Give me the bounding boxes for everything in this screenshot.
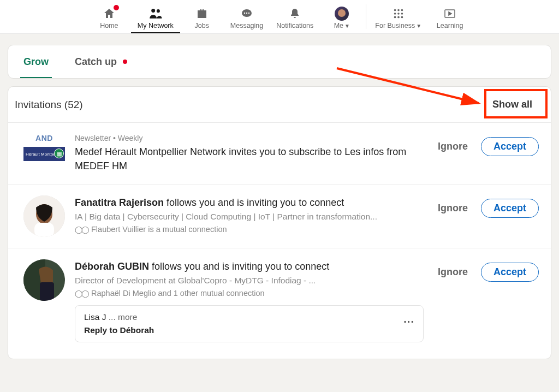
- ignore-button[interactable]: Ignore: [433, 263, 472, 281]
- ignore-button[interactable]: Ignore: [433, 199, 472, 217]
- svg-point-10: [397, 13, 400, 15]
- invitation-item-newsletter: AND Hérault Montpelli▦ Newsletter • Week…: [8, 123, 551, 185]
- ignore-button[interactable]: Ignore: [433, 138, 472, 156]
- invitation-title: Déborah GUBIN follows you and is invitin…: [75, 259, 424, 274]
- more-options-icon[interactable]: ···: [403, 316, 414, 328]
- svg-point-7: [397, 9, 400, 11]
- people-icon: [148, 7, 163, 21]
- mutual-icon: ◯◯: [75, 225, 88, 234]
- thumb-strip: Hérault Montpelli▦: [23, 147, 65, 161]
- tabs-panel: Grow Catch up: [8, 45, 551, 79]
- show-all-button[interactable]: Show all: [486, 96, 539, 114]
- nav-home-label: Home: [100, 22, 118, 29]
- chevron-down-icon: ▼: [416, 23, 421, 29]
- svg-rect-19: [34, 223, 54, 237]
- nav-notifications-label: Notifications: [276, 22, 313, 29]
- message-icon: [240, 7, 253, 20]
- svg-point-13: [397, 16, 400, 19]
- nav-my-network[interactable]: My Network: [131, 0, 180, 33]
- nav-network-label: My Network: [138, 22, 174, 29]
- learning-icon: [443, 7, 456, 20]
- thumb-text: AND: [35, 134, 53, 142]
- invitations-title: Invitations (52): [15, 99, 83, 111]
- svg-point-14: [401, 16, 403, 19]
- svg-point-3: [244, 13, 245, 14]
- invitation-title: Medef Hérault Montpellier Network invite…: [75, 145, 424, 173]
- reply-cta: Reply to Déborah: [84, 325, 154, 335]
- svg-point-12: [394, 16, 396, 19]
- svg-point-8: [401, 9, 403, 11]
- chevron-down-icon: ▼: [344, 23, 350, 29]
- nav-business-label: For Business▼: [375, 22, 421, 29]
- invitations-panel: Invitations (52) Show all AND Hérault Mo…: [8, 86, 551, 359]
- tab-grow[interactable]: Grow: [23, 45, 49, 78]
- bell-icon: [288, 7, 301, 20]
- tab-catchup-label: Catch up: [75, 56, 117, 68]
- invitation-title: Fanatitra Rajerison follows you and is i…: [75, 195, 424, 210]
- nav-jobs-label: Jobs: [195, 22, 209, 29]
- avatar[interactable]: [23, 195, 65, 237]
- calendar-badge-icon: ▦: [54, 149, 64, 158]
- message-preview-text: Lisa J ... more: [84, 312, 137, 322]
- nav-learning[interactable]: Learning: [428, 0, 472, 33]
- invitation-item-person: Déborah GUBIN follows you and is invitin…: [8, 248, 551, 353]
- avatar-icon: [335, 7, 349, 21]
- invitation-subtitle: Director of Development at Global'Copro …: [75, 276, 424, 286]
- tab-catch-up[interactable]: Catch up: [75, 45, 129, 78]
- nav-me[interactable]: Me▼: [320, 0, 364, 33]
- nav-home[interactable]: Home: [87, 0, 131, 33]
- briefcase-icon: [195, 7, 209, 20]
- nav-messaging-label: Messaging: [230, 22, 263, 29]
- accept-button[interactable]: Accept: [481, 199, 539, 218]
- invitations-header: Invitations (52) Show all: [8, 87, 551, 123]
- notification-dot: [121, 58, 129, 66]
- message-preview[interactable]: Lisa J ... more Reply to Déborah ···: [75, 305, 424, 342]
- newsletter-thumbnail[interactable]: AND Hérault Montpelli▦: [23, 134, 65, 172]
- accept-button[interactable]: Accept: [481, 137, 539, 156]
- svg-point-0: [151, 9, 155, 13]
- mutual-icon: ◯◯: [75, 289, 88, 298]
- grid-icon: [393, 8, 405, 20]
- nav-notifications[interactable]: Notifications: [270, 0, 320, 33]
- svg-point-6: [394, 9, 396, 11]
- tab-grow-label: Grow: [23, 56, 49, 68]
- invitation-item-person: Fanatitra Rajerison follows you and is i…: [8, 185, 551, 248]
- invitation-subtitle: IA | Big data | Cybersecurity | Cloud Co…: [75, 212, 424, 222]
- notification-badge: [112, 4, 120, 11]
- mutual-connection: ◯◯Flaubert Vuillier is a mutual connecti…: [75, 225, 424, 234]
- nav-me-label: Me▼: [334, 22, 350, 29]
- svg-rect-24: [40, 282, 54, 301]
- nav-for-business[interactable]: For Business▼: [368, 0, 428, 33]
- svg-point-5: [248, 13, 249, 14]
- invitation-meta: Newsletter • Weekly: [75, 134, 424, 142]
- svg-point-11: [401, 13, 403, 15]
- top-navigation: Home My Network Jobs Messaging Notificat…: [0, 0, 559, 34]
- mutual-connection: ◯◯Raphaël Di Meglio and 1 other mutual c…: [75, 289, 424, 298]
- svg-point-4: [246, 13, 247, 14]
- nav-messaging[interactable]: Messaging: [224, 0, 270, 33]
- nav-separator: [366, 4, 366, 29]
- nav-learning-label: Learning: [437, 22, 463, 29]
- svg-point-9: [394, 13, 396, 15]
- svg-point-1: [157, 9, 160, 13]
- nav-jobs[interactable]: Jobs: [180, 0, 224, 33]
- accept-button[interactable]: Accept: [481, 263, 539, 282]
- avatar[interactable]: [23, 259, 65, 301]
